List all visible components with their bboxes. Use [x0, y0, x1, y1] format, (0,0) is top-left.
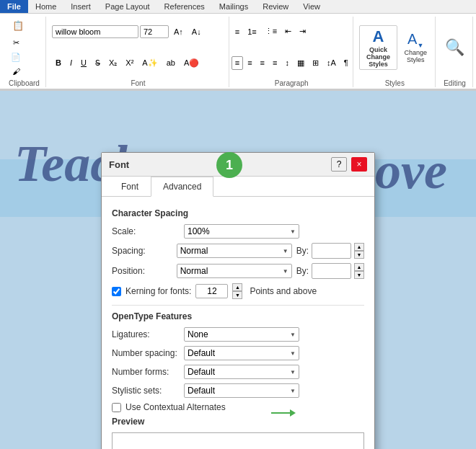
text-effects-button[interactable]: A✨ [138, 56, 161, 70]
sort-button[interactable]: ↕A [323, 56, 340, 70]
paragraph-group-content: ≡ 1≡ ⋮≡ ⇤ ⇥ ≡ ≡ ≡ ≡ ↕ ▦ ⊞ ↕A ¶ [232, 17, 352, 78]
kerning-up[interactable]: ▲ [232, 283, 242, 291]
dialog-help-button[interactable]: ? [331, 157, 347, 172]
tab-review[interactable]: Review [255, 0, 296, 13]
decrease-font-button[interactable]: A↓ [188, 25, 205, 38]
scale-control: 100% ▼ [184, 224, 364, 239]
styles-group: A Quick Change Styles A▼ Change Styles S… [355, 17, 436, 87]
number-spacing-arrow: ▼ [290, 350, 296, 357]
bold-button[interactable]: B [52, 56, 65, 69]
tab-references[interactable]: References [157, 0, 212, 13]
line-spacing-button[interactable]: ↕ [281, 56, 293, 70]
spacing-by-up[interactable]: ▲ [354, 243, 364, 251]
change-styles-button[interactable]: A▼ Change Styles [400, 29, 431, 66]
underline-button[interactable]: U [77, 56, 90, 69]
number-spacing-control: Default ▼ [184, 346, 364, 360]
number-forms-control: Default ▼ [184, 365, 364, 379]
styles-group-label: Styles [385, 79, 405, 87]
tab-file[interactable]: File [0, 0, 28, 13]
dialog-close-button[interactable]: × [351, 157, 367, 172]
align-center-button[interactable]: ≡ [244, 56, 255, 70]
multilevel-button[interactable]: ⋮≡ [261, 25, 281, 38]
font-group-content: A↑ A↓ B I U S̶ X₂ X² A✨ ab A🔴 [52, 17, 224, 78]
kerning-checkbox[interactable] [112, 287, 121, 296]
ribbon-body: 📋 ✂ 📄 🖌 Clipboard A↑ A↓ B [0, 14, 476, 90]
preview-text: I can't stop [182, 445, 293, 450]
font-color-button[interactable]: A🔴 [180, 56, 203, 70]
format-painter-button[interactable]: 🖌 [7, 65, 25, 78]
tab-view[interactable]: View [296, 0, 327, 13]
position-by-down[interactable]: ▼ [354, 271, 364, 279]
clipboard-group: 📋 ✂ 📄 🖌 Clipboard [3, 17, 46, 87]
contextual-checkbox[interactable] [112, 403, 121, 412]
tab-page-layout[interactable]: Page Layout [98, 0, 157, 13]
tab-mailings[interactable]: Mailings [212, 0, 255, 13]
bullets-button[interactable]: ≡ [232, 25, 243, 38]
ligatures-arrow: ▼ [290, 332, 296, 338]
stylistic-sets-select[interactable]: Default ▼ [184, 383, 299, 398]
spacing-by-down[interactable]: ▼ [354, 251, 364, 259]
tab-advanced[interactable]: Advanced [151, 177, 213, 197]
position-by-label: By: [296, 266, 309, 276]
quick-styles-label: Quick Change Styles [364, 46, 393, 68]
contextual-label: Use Contextual Alternates [125, 402, 226, 412]
strikethrough-button[interactable]: S̶ [92, 56, 104, 70]
tab-insert[interactable]: Insert [63, 0, 98, 13]
position-by-field: By: ▲ ▼ [296, 263, 364, 279]
show-formatting-button[interactable]: ¶ [340, 56, 352, 70]
decrease-indent-button[interactable]: ⇤ [281, 25, 295, 38]
tab-font[interactable]: Font [109, 177, 151, 196]
numbering-button[interactable]: 1≡ [244, 25, 260, 38]
position-by-spinner: ▲ ▼ [354, 263, 364, 279]
superscript-button[interactable]: X² [122, 56, 137, 69]
spacing-select[interactable]: Normal ▼ [177, 244, 292, 258]
scale-select[interactable]: 100% ▼ [184, 224, 299, 239]
borders-button[interactable]: ⊞ [309, 56, 322, 70]
position-by-up[interactable]: ▲ [354, 263, 364, 271]
font-name-input[interactable] [52, 25, 138, 38]
ligatures-select[interactable]: None ▼ [184, 327, 299, 342]
font-size-input[interactable] [140, 25, 169, 38]
spacing-by-label: By: [296, 246, 309, 256]
increase-indent-button[interactable]: ⇥ [296, 25, 309, 38]
spacing-by-input[interactable] [312, 243, 351, 259]
justify-button[interactable]: ≡ [269, 56, 281, 70]
kerning-value-input[interactable] [195, 284, 228, 298]
paste-button[interactable]: 📋 [7, 17, 29, 35]
spacing-dropdown-arrow: ▼ [283, 248, 288, 254]
tab-home[interactable]: Home [28, 0, 63, 13]
stylistic-sets-arrow: ▼ [290, 388, 296, 394]
italic-button[interactable]: I [66, 56, 76, 69]
stylistic-sets-control: Default ▼ [184, 383, 364, 398]
editing-group-label: Editing [444, 79, 466, 87]
spacing-control: Normal ▼ [177, 244, 292, 258]
kerning-down[interactable]: ▼ [232, 291, 242, 299]
number-spacing-select[interactable]: Default ▼ [184, 346, 299, 360]
number-forms-arrow: ▼ [290, 369, 296, 375]
cut-button[interactable]: ✂ [7, 36, 25, 50]
quick-styles-button[interactable]: A Quick Change Styles [359, 25, 398, 70]
scale-row: Scale: 100% ▼ [112, 224, 364, 239]
character-spacing-title: Character Spacing [112, 208, 364, 218]
align-left-button[interactable]: ≡ [232, 56, 243, 70]
paragraph-group: ≡ 1≡ ⋮≡ ⇤ ⇥ ≡ ≡ ≡ ≡ ↕ ▦ ⊞ ↕A ¶ [231, 17, 353, 87]
copy-button[interactable]: 📄 [7, 50, 25, 64]
opentype-title: OpenType Features [112, 311, 364, 321]
shading-button[interactable]: ▦ [294, 56, 308, 70]
font-group: A↑ A↓ B I U S̶ X₂ X² A✨ ab A🔴 Font [48, 17, 229, 87]
section-divider [112, 305, 364, 306]
stylistic-sets-label: Stylistic sets: [112, 386, 184, 396]
change-styles-label: Change Styles [404, 49, 427, 63]
dialog-body: Character Spacing Scale: 100% ▼ Spacing: [102, 197, 374, 449]
subscript-button[interactable]: X₂ [105, 56, 120, 70]
align-right-button[interactable]: ≡ [257, 56, 268, 70]
increase-font-button[interactable]: A↑ [170, 25, 187, 38]
number-forms-select[interactable]: Default ▼ [184, 365, 299, 379]
spacing-by-spinner: ▲ ▼ [354, 243, 364, 259]
preview-title: Preview [112, 417, 364, 427]
kerning-suffix: Points and above [250, 286, 317, 296]
step3-arrow-head [290, 409, 296, 417]
position-select[interactable]: Normal ▼ [177, 264, 292, 278]
text-highlight-button[interactable]: ab [163, 56, 179, 69]
position-by-input[interactable] [312, 263, 351, 279]
